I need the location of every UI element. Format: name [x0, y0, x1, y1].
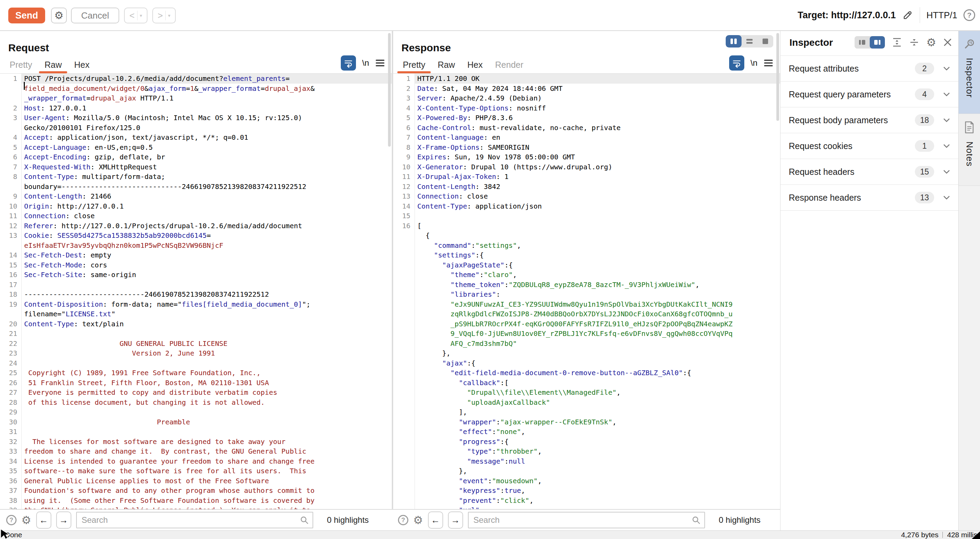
request-search-bar: ? ⚙ ← → 0 highlights — [0, 510, 392, 530]
show-newlines-icon[interactable]: \n — [362, 58, 369, 68]
code-line: 4X-Content-Type-Options: nosniff — [393, 103, 780, 113]
code-line: AFQ_c7md3shm7bQ" — [393, 339, 780, 349]
response-editor[interactable]: 1HTTP/1.1 200 OK2Date: Sat, 04 May 2024 … — [393, 74, 780, 509]
line-number: 10 — [393, 162, 415, 172]
line-number: 8 — [0, 172, 22, 182]
chevron-down-icon — [943, 170, 950, 174]
response-search-bar: ? ⚙ ← → 0 highlights — [392, 510, 779, 530]
dock-right-icon[interactable] — [870, 36, 885, 49]
inspector-section-request-attributes[interactable]: Request attributes2 — [781, 56, 958, 82]
request-editor[interactable]: 1POST /Projects/drupal-10.2.6/media/add/… — [0, 74, 392, 509]
line-number — [393, 398, 415, 407]
show-newlines-icon[interactable]: \n — [751, 58, 757, 68]
code-line: field_media_document/widget/0&ajax_form=… — [0, 84, 392, 94]
help-icon[interactable]: ? — [964, 9, 975, 21]
side-tab-inspector[interactable]: Inspector — [959, 31, 980, 114]
layout-single-icon[interactable] — [757, 35, 773, 48]
line-number — [393, 378, 415, 388]
dropdown-caret-icon[interactable]: ▾ — [168, 13, 170, 18]
target-label: Target: http://127.0.0.1 — [798, 10, 896, 21]
search-prev-button[interactable]: ← — [36, 512, 51, 529]
inspector-section-count-badge: 2 — [915, 63, 934, 75]
inspector-section-response-headers[interactable]: Response headers13 — [781, 185, 958, 211]
cancel-button[interactable]: Cancel — [71, 8, 119, 24]
code-line: Gecko/20100101 Firefox/125.0 — [0, 123, 392, 133]
history-back-button[interactable]: < ▾ — [124, 8, 148, 24]
line-number: 4 — [393, 103, 415, 113]
line-number: 12 — [0, 221, 22, 231]
dock-left-icon[interactable] — [854, 36, 870, 49]
tab-response-render[interactable]: Render — [489, 56, 530, 73]
line-number: 2 — [0, 103, 22, 113]
response-search-input[interactable] — [468, 512, 705, 528]
inspector-section-request-headers[interactable]: Request headers15 — [781, 159, 958, 185]
inspector-settings-gear-icon[interactable]: ⚙ — [926, 36, 936, 49]
code-line: "type":"throbber", — [393, 446, 780, 457]
code-line: 14Sec-Fetch-Dest: empty — [0, 250, 392, 260]
layout-columns-icon[interactable] — [726, 35, 741, 48]
search-prev-button[interactable]: ← — [428, 512, 443, 529]
line-number: 5 — [0, 143, 22, 152]
tab-response-hex[interactable]: Hex — [461, 56, 488, 73]
code-line: 29 — [0, 407, 392, 417]
http-version-label[interactable]: HTTP/1 — [926, 10, 957, 21]
search-next-button[interactable]: → — [448, 512, 463, 529]
line-number: 25 — [0, 368, 22, 378]
side-tab-notes[interactable]: Notes — [959, 114, 980, 186]
expand-all-icon[interactable] — [892, 37, 902, 48]
search-row: ? ⚙ ← → 0 highlights ? ⚙ ← → 0 highlight… — [0, 509, 780, 530]
request-search-input[interactable] — [76, 512, 313, 528]
response-panel-title: Response — [401, 42, 451, 54]
code-line: 5Accept-Language: en-US,en;q=0.5 — [0, 143, 392, 152]
dropdown-caret-icon[interactable]: ▾ — [140, 13, 142, 18]
inspector-panel: Inspector ⚙ Request attributes2Request — [780, 31, 958, 530]
search-help-icon[interactable]: ? — [6, 515, 16, 525]
code-line: 11Connection: close — [0, 211, 392, 221]
search-settings-gear-icon[interactable]: ⚙ — [413, 515, 423, 526]
code-line: 13Cookie: SESS05d4275ca1538832b5ab92000b… — [0, 231, 392, 241]
line-number — [393, 358, 415, 368]
close-icon[interactable] — [943, 38, 952, 47]
line-number: 36 — [0, 476, 22, 486]
word-wrap-icon[interactable] — [341, 55, 356, 71]
line-number: 19 — [0, 300, 22, 309]
tab-request-pretty[interactable]: Pretty — [3, 56, 38, 73]
chevron-left-icon: < — [129, 10, 134, 21]
inspector-section-request-cookies[interactable]: Request cookies1 — [781, 133, 958, 159]
send-settings-gear-icon[interactable]: ⚙ — [51, 8, 67, 24]
search-help-icon[interactable]: ? — [398, 515, 408, 525]
line-number: 1 — [393, 74, 415, 84]
search-next-button[interactable]: → — [56, 512, 71, 529]
code-line: "keypress":true, — [393, 486, 780, 496]
request-scrollbar[interactable] — [388, 33, 391, 147]
inspector-section-request-query-parameters[interactable]: Request query parameters4 — [781, 82, 958, 108]
editor-menu-icon[interactable] — [375, 59, 385, 67]
response-scrollbar[interactable] — [776, 33, 779, 121]
line-number — [393, 250, 415, 260]
code-line: "eJx9UNFuwzAI_CE3-YZ9SUUIWdmw8Qyu1n19nSp… — [393, 300, 780, 309]
tab-request-hex[interactable]: Hex — [68, 56, 95, 73]
code-line: 8X-Frame-Options: SAMEORIGIN — [393, 143, 780, 152]
line-number: 6 — [0, 152, 22, 162]
tab-request-raw[interactable]: Raw — [38, 56, 68, 73]
line-number — [0, 93, 22, 103]
code-line: 21 — [0, 329, 392, 339]
edit-target-pencil-icon[interactable] — [902, 9, 913, 21]
tab-response-pretty[interactable]: Pretty — [397, 56, 431, 73]
history-forward-button[interactable]: > ▾ — [152, 8, 176, 24]
collapse-all-icon[interactable] — [909, 37, 920, 48]
code-line: 12Content-Length: 3842 — [393, 182, 780, 192]
inspector-section-request-body-parameters[interactable]: Request body parameters18 — [781, 108, 958, 133]
send-button[interactable]: Send — [8, 8, 45, 24]
code-line: "edit-field-media-document-0-remove-butt… — [393, 368, 780, 378]
code-line: 23 Version 2, June 1991 — [0, 348, 392, 358]
tab-response-raw[interactable]: Raw — [431, 56, 461, 73]
line-number — [393, 270, 415, 280]
code-line: 1HTTP/1.1 200 OK — [393, 74, 780, 84]
layout-rows-icon[interactable] — [741, 35, 757, 48]
search-settings-gear-icon[interactable]: ⚙ — [21, 515, 31, 526]
word-wrap-icon[interactable] — [729, 55, 744, 71]
editor-menu-icon[interactable] — [764, 59, 773, 67]
inspector-section-label: Request body parameters — [789, 115, 915, 125]
code-line: "Drupal\\file\\Element\\ManagedFile", — [393, 388, 780, 398]
